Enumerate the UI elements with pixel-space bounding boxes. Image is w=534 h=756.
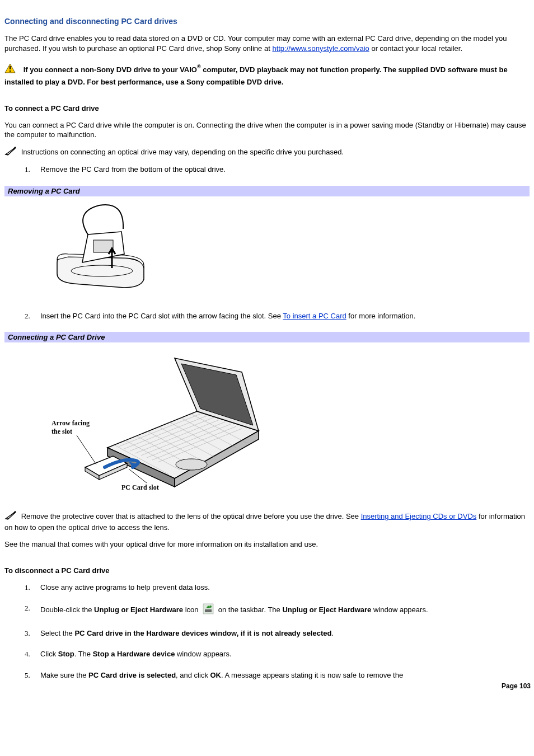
list-marker: 3. (25, 628, 30, 638)
warning-icon (4, 63, 16, 76)
connect-step-2: 2. Insert the PC Card into the PC Card s… (25, 311, 530, 321)
page-number: Page 103 (502, 682, 531, 690)
warning-text-1: If you connect a non-Sony DVD drive to y… (24, 65, 197, 74)
eject-hardware-icon (203, 603, 214, 617)
d5c: , and click (176, 671, 210, 679)
disconnect-step-2: 2. Double-click the Unplug or Eject Hard… (25, 603, 530, 617)
d2c: icon (183, 605, 200, 614)
inserting-ejecting-link[interactable]: Inserting and Ejecting CDs or DVDs (361, 512, 477, 520)
page-title: Connecting and disconnecting PC Card dri… (4, 17, 530, 26)
connect-step-1: 1. Remove the PC Card from the bottom of… (25, 165, 530, 175)
d2b: Unplug or Eject Hardware (94, 605, 183, 614)
registered-mark: ® (197, 64, 201, 69)
manual-line: See the manual that comes with your opti… (4, 539, 530, 550)
svg-rect-2 (10, 71, 11, 72)
d3a: Select the (40, 629, 74, 637)
d3c: . (331, 629, 334, 637)
figure-caption-connecting: Connecting a PC Card Drive (4, 332, 530, 342)
disconnect-step-5: 5. Make sure the PC Card drive is select… (25, 670, 530, 680)
svg-point-26 (209, 605, 212, 608)
disconnect-heading: To disconnect a PC Card drive (4, 566, 530, 576)
d2f: window appears. (371, 605, 428, 614)
disc-step1-text: Close any active programs to help preven… (40, 583, 210, 591)
figure-removing-pc-card (35, 201, 530, 298)
list-marker: 2. (25, 603, 30, 613)
list-marker: 5. (25, 670, 30, 680)
step2-text-a: Insert the PC Card into the PC Card slot… (40, 312, 283, 320)
svg-line-22 (77, 435, 96, 464)
d5a: Make sure the (40, 671, 88, 679)
list-marker: 4. (25, 649, 30, 659)
disconnect-step-3: 3. Select the PC Card drive in the Hardw… (25, 628, 530, 638)
d4e: window appears. (175, 650, 231, 658)
d4c: . The (74, 650, 93, 658)
figure-connecting-drive: Arrow facing the slot PC Card slot (35, 347, 530, 494)
disconnect-step-1: 1. Close any active programs to help pre… (25, 583, 530, 593)
svg-point-21 (176, 459, 207, 470)
note-icon (4, 147, 17, 158)
intro-text-2: or contact your local retailer. (369, 44, 462, 53)
sonystyle-link[interactable]: http://www.sonystyle.com/vaio (272, 44, 369, 53)
step2-text-b: for more information. (346, 312, 416, 320)
note-icon (4, 511, 17, 523)
svg-rect-24 (203, 604, 213, 614)
insert-pc-card-link[interactable]: To insert a PC Card (283, 312, 346, 320)
svg-rect-1 (10, 66, 11, 69)
intro-paragraph: The PC Card drive enables you to read da… (4, 34, 530, 53)
d2e: Unplug or Eject Hardware (282, 605, 371, 614)
connect-heading: To connect a PC Card drive (4, 104, 530, 114)
d4a: Click (40, 650, 58, 658)
d2a: Double-click the (40, 605, 94, 614)
d2d: on the taskbar. The (216, 605, 282, 614)
connect-note-text: Instructions on connecting an optical dr… (21, 148, 344, 156)
d4d: Stop a Hardware device (93, 650, 175, 658)
connect-note: Instructions on connecting an optical dr… (4, 147, 530, 158)
figure-caption-removing: Removing a PC Card (4, 186, 530, 196)
connect-step1-text: Remove the PC Card from the bottom of th… (40, 165, 226, 173)
lens-note-a: Remove the protective cover that is atta… (21, 512, 361, 520)
svg-rect-25 (205, 609, 212, 612)
list-marker: 1. (25, 583, 30, 593)
d4b: Stop (58, 650, 74, 658)
warning-block: If you connect a non-Sony DVD drive to y… (4, 63, 530, 87)
d3b: PC Card drive in the Hardware devices wi… (74, 629, 331, 637)
disconnect-step-4: 4. Click Stop. The Stop a Hardware devic… (25, 649, 530, 659)
d5d: OK (210, 671, 222, 679)
list-marker: 2. (25, 311, 30, 321)
fig-label-arrow-top: Arrow facing (51, 419, 90, 427)
list-marker: 1. (25, 165, 30, 175)
lens-note: Remove the protective cover that is atta… (4, 511, 530, 532)
d5b: PC Card drive is selected (88, 671, 176, 679)
fig-label-arrow-bot: the slot (51, 428, 72, 435)
d5e: . A message appears stating it is now sa… (221, 671, 403, 679)
fig-label-slot: PC Card slot (121, 483, 159, 491)
connect-paragraph: You can connect a PC Card drive while th… (4, 120, 530, 140)
